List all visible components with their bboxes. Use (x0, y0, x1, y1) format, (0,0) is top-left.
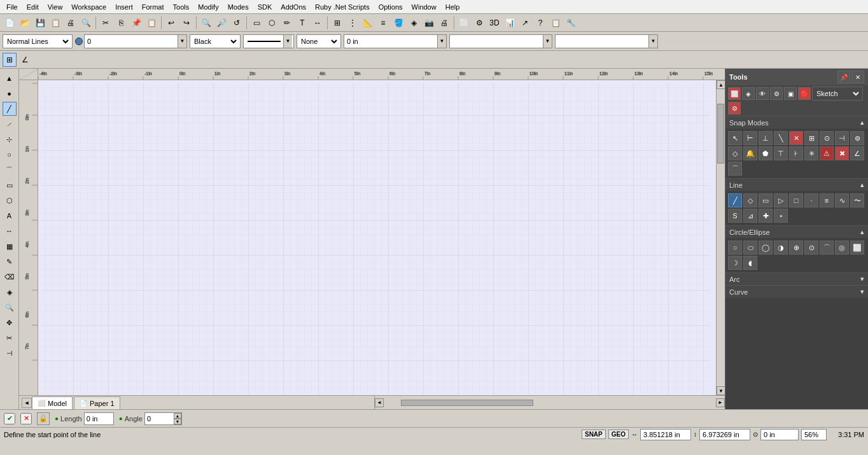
scroll-track-v[interactable] (717, 89, 725, 386)
scroll-thumb-h[interactable] (401, 400, 533, 406)
snap-pointer-btn[interactable]: ↖ (728, 131, 742, 145)
line-poly-btn[interactable]: ⊿ (743, 209, 757, 223)
angle-field[interactable] (145, 415, 174, 423)
line-star2-btn[interactable]: ⋆ (774, 209, 788, 223)
angle-spin-up[interactable]: ▲ (174, 413, 181, 419)
rect-tool[interactable]: ▭ (3, 178, 17, 192)
tab-scroll-left[interactable]: ◄ (22, 398, 32, 408)
menu-tools[interactable]: Tools (169, 2, 193, 12)
color-number-input[interactable]: ▼ (84, 34, 187, 48)
refresh-button[interactable]: ↺ (230, 16, 244, 30)
zoom-tool[interactable]: 🔍 (3, 300, 17, 314)
pan-tool[interactable]: ✥ (3, 316, 17, 330)
viewborder-btn[interactable]: ⬜ (457, 16, 471, 30)
menu-file[interactable]: File (3, 2, 22, 12)
text-btn[interactable]: T (295, 16, 309, 30)
extra-input2[interactable] (556, 38, 648, 45)
extra-field1[interactable]: ▼ (449, 34, 552, 48)
snap-bell-btn[interactable]: 🔔 (743, 146, 757, 160)
hatch-tool[interactable]: ▦ (3, 239, 17, 253)
plot-btn[interactable]: 🖨 (437, 16, 451, 30)
line-weight-input[interactable]: ▼ (344, 34, 447, 48)
menu-workspace[interactable]: Workspace (67, 2, 110, 12)
snap-endpoint-btn[interactable]: ⊢ (743, 131, 757, 145)
snap-perp-btn[interactable]: ⊣ (835, 131, 849, 145)
circle-open-btn[interactable]: ◯ (759, 241, 773, 255)
print-button[interactable]: 🖨 (64, 16, 78, 30)
line-weight-field[interactable] (344, 38, 437, 45)
line-arrow-btn[interactable]: ▷ (774, 193, 788, 207)
circle-rect-btn[interactable]: ⬜ (850, 241, 864, 255)
menu-help[interactable]: Help (442, 2, 464, 12)
rect-btn[interactable]: ▭ (249, 16, 263, 30)
workspace-select[interactable]: Sketch Detail 3D (814, 89, 861, 98)
text-tool[interactable]: A (3, 209, 17, 223)
pastespecial-button[interactable]: 📋 (144, 16, 158, 30)
snap-center-btn[interactable]: ⊙ (820, 131, 834, 145)
geo-badge[interactable]: GEO (608, 430, 629, 439)
eraser-tool[interactable]: ⌫ (3, 270, 17, 284)
snap-intersect-btn[interactable]: ✕ (789, 131, 803, 145)
snap-grid-btn[interactable]: ⊞ (3, 53, 17, 67)
scroll-right-button[interactable]: ► (716, 398, 725, 407)
circle-ring-btn[interactable]: ◎ (835, 241, 849, 255)
snap-badge[interactable]: SNAP (582, 430, 606, 439)
line-style-dropdown[interactable]: ▼ (243, 34, 294, 48)
line-type-select[interactable]: Normal Lines Dashed Lines Dotted Lines (4, 37, 71, 46)
redo-button[interactable]: ↪ (179, 16, 193, 30)
polygon-tool[interactable]: ⬡ (3, 193, 17, 207)
dim-tool[interactable]: ↔ (3, 224, 17, 238)
circle-dot-btn[interactable]: ⊙ (804, 241, 818, 255)
scroll-down-button[interactable]: ▼ (717, 386, 725, 395)
angle-input-box[interactable]: ▲ ▼ (144, 412, 182, 425)
extra-arrow2[interactable]: ▼ (648, 35, 657, 48)
menu-edit[interactable]: Edit (23, 2, 43, 12)
measure-btn[interactable]: 📐 (361, 16, 375, 30)
line-curved-btn[interactable]: ∿ (835, 193, 849, 207)
freehand-tool[interactable]: ✎ (3, 255, 17, 269)
cam-btn[interactable]: 📷 (422, 16, 436, 30)
node-tool[interactable]: ● (3, 87, 17, 101)
circle-3pt-btn[interactable]: ⊕ (789, 241, 803, 255)
chart-btn[interactable]: 📊 (503, 16, 517, 30)
snap-lock-button[interactable]: 🔒 (37, 412, 50, 425)
line-cross-btn[interactable]: ✚ (759, 209, 773, 223)
snap-angle2-btn[interactable]: ∠ (850, 146, 864, 160)
symbol-tool[interactable]: ◈ (3, 285, 17, 299)
color-number-arrow[interactable]: ▼ (178, 35, 186, 48)
tab-model[interactable]: ⬜ Model (32, 396, 73, 409)
panel-node-btn[interactable]: ◈ (742, 87, 755, 100)
pointer-btn[interactable]: ↗ (518, 16, 532, 30)
grid-btn[interactable]: ⊞ (330, 16, 344, 30)
circle-half-btn[interactable]: ◑ (774, 241, 788, 255)
new-button[interactable]: 📄 (3, 16, 17, 30)
arrow-start-select[interactable]: None Arrow Dot (298, 37, 339, 46)
menu-view[interactable]: View (44, 2, 67, 12)
snap-tan-btn[interactable]: ⊚ (850, 131, 864, 145)
snap-btn[interactable]: ⋮ (346, 16, 360, 30)
snap-nearest-btn[interactable]: ╲ (774, 131, 788, 145)
paste-button[interactable]: 📌 (129, 16, 143, 30)
extra-arrow1[interactable]: ▼ (543, 35, 552, 48)
cancel-input-button[interactable]: ✕ (20, 413, 32, 424)
undo-button[interactable]: ↩ (164, 16, 178, 30)
angle-spin-down[interactable]: ▼ (174, 419, 181, 424)
workspace-dropdown[interactable]: Sketch Detail 3D (812, 87, 863, 101)
panel-red-btn[interactable]: 🔴 (798, 87, 811, 100)
scroll-up-button[interactable]: ▲ (717, 80, 725, 89)
menu-modes[interactable]: Modes (224, 2, 253, 12)
line-multi-btn[interactable]: ≡ (820, 193, 834, 207)
fill-btn[interactable]: 🪣 (391, 16, 405, 30)
line-freeform-btn[interactable]: 〜 (850, 193, 864, 207)
snap-align-btn[interactable]: ⊦ (789, 146, 803, 160)
dimh-btn[interactable]: ↔ (311, 16, 325, 30)
snap-grid2-btn[interactable]: ⊞ (804, 131, 818, 145)
line-tool active[interactable]: ╱ (3, 102, 17, 116)
menu-sdk[interactable]: SDK (254, 2, 276, 12)
layer-btn[interactable]: ≡ (376, 16, 390, 30)
drawing-canvas[interactable]: ✕ (38, 80, 716, 395)
arc-header[interactable]: Arc ▾ (725, 273, 868, 285)
menu-ruby[interactable]: Ruby .Net Scripts (311, 2, 374, 12)
panel-layer-btn[interactable]: ⬜ (728, 87, 741, 100)
ok-button[interactable]: ✔ (4, 413, 15, 424)
